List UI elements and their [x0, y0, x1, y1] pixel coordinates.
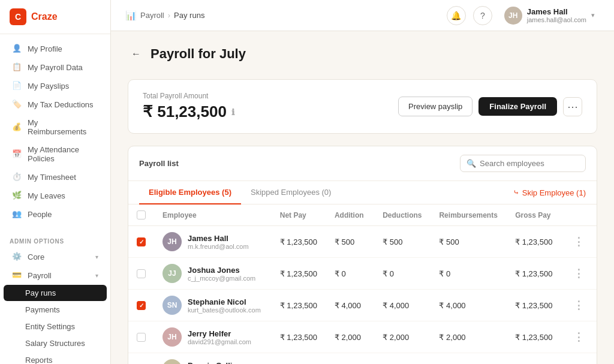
logo-text: Craze [31, 11, 58, 22]
help-button[interactable]: ? [473, 6, 492, 25]
user-info: James Hall james.hall@aol.com [527, 7, 586, 24]
sidebar-item-label: My Attendance Policies [28, 145, 98, 163]
payroll-icon: 💳 [12, 270, 22, 280]
table-row: SN Stephanie Nicol kurt_bates@outlook.co… [128, 290, 597, 321]
row-checkbox-cell-3 [128, 321, 154, 353]
sidebar-sub-entity-settings[interactable]: Entity Settings [4, 318, 107, 335]
summary-label: Total Payroll Amount [143, 92, 234, 100]
chevron-down-icon: ▾ [95, 272, 98, 279]
summary-amount-value: ₹ 51,23,500 [143, 103, 227, 121]
user-menu-button[interactable]: JH James Hall james.hall@aol.com ▾ [499, 4, 600, 27]
sidebar: C Craze 👤 My Profile 📋 My Payroll Data 📄… [0, 0, 111, 364]
row-more-button-4[interactable]: ⋮ [570, 362, 588, 364]
sidebar-item-my-leaves[interactable]: 🌿 My Leaves [4, 186, 107, 204]
row-deductions-1: ₹ 0 [374, 258, 431, 290]
finalize-payroll-button[interactable]: Finalize Payroll [478, 97, 557, 116]
col-employee: Employee [154, 204, 272, 226]
sidebar-item-label: Payroll [28, 271, 52, 280]
info-icon[interactable]: ℹ [231, 107, 234, 117]
more-options-button[interactable]: ⋯ [563, 97, 582, 116]
row-net-pay-4: ₹ 1,23,500 [272, 353, 326, 365]
people-icon: 👥 [12, 209, 22, 219]
col-reimbursements: Reimbursements [431, 204, 507, 226]
row-more-button-0[interactable]: ⋮ [570, 234, 588, 249]
col-gross-pay: Gross Pay [507, 204, 561, 226]
row-actions-cell-3: ⋮ [561, 321, 597, 353]
row-actions-cell-4: ⋮ [561, 353, 597, 365]
employee-info-3: Jerry Helfer david291@gmail.com [188, 329, 251, 345]
row-gross-pay-4: ₹ 1,23,500 [507, 353, 561, 365]
sidebar-item-core[interactable]: ⚙️ Core ▾ [4, 248, 107, 266]
sidebar-item-my-payslips[interactable]: 📄 My Payslips [4, 77, 107, 95]
row-more-button-3[interactable]: ⋮ [570, 330, 588, 344]
row-more-button-1[interactable]: ⋮ [570, 266, 588, 281]
sidebar-sub-salary-structures[interactable]: Salary Structures [4, 335, 107, 351]
user-email: james.hall@aol.com [527, 16, 586, 23]
sidebar-sub-reports[interactable]: Reports [4, 352, 107, 364]
row-actions-cell-0: ⋮ [561, 226, 597, 258]
sidebar-sub-pay-runs[interactable]: Pay runs [4, 285, 107, 301]
tab-eligible-employees[interactable]: Eligible Employees (5) [139, 181, 241, 204]
sidebar-item-timesheet[interactable]: ⏱️ My Timesheet [4, 168, 107, 186]
sidebar-item-people[interactable]: 👥 People [4, 205, 107, 223]
row-addition-1: ₹ 0 [326, 258, 374, 290]
row-deductions-4: ₹ 10,000 [374, 353, 431, 365]
employee-table-wrapper: Employee Net Pay Addition Deductions Rei… [128, 204, 597, 364]
col-actions [561, 204, 597, 226]
payslips-icon: 📄 [12, 81, 22, 91]
employee-avatar-3: JH [162, 327, 182, 347]
search-icon: 🔍 [466, 159, 476, 168]
reimbursements-icon: 💰 [12, 122, 22, 132]
row-more-button-2[interactable]: ⋮ [570, 298, 588, 312]
sidebar-item-tax-deductions[interactable]: 🏷️ My Tax Deductions [4, 95, 107, 113]
employee-avatar-4: DC [162, 359, 182, 364]
row-checkbox-cell-0 [128, 226, 154, 258]
row-gross-pay-1: ₹ 1,23,500 [507, 258, 561, 290]
sidebar-logo: C Craze [0, 0, 110, 34]
row-addition-0: ₹ 500 [326, 226, 374, 258]
tab-skipped-employees[interactable]: Skipped Employees (0) [241, 181, 341, 204]
sidebar-item-payroll[interactable]: 💳 Payroll ▾ [4, 266, 107, 284]
breadcrumb-parent: Payroll [140, 11, 164, 20]
row-checkbox-0[interactable] [137, 237, 146, 246]
back-button[interactable]: ← [128, 46, 145, 62]
sidebar-item-reimbursements[interactable]: 💰 My Reimbursements [4, 114, 107, 140]
sidebar-item-my-payroll-data[interactable]: 📋 My Payroll Data [4, 58, 107, 76]
row-employee-cell-3: JH Jerry Helfer david291@gmail.com [154, 321, 272, 353]
notifications-button[interactable]: 🔔 [447, 6, 466, 25]
row-checkbox-2[interactable] [137, 301, 146, 310]
tabs: Eligible Employees (5) Skipped Employees… [139, 181, 341, 204]
table-row: JH James Hall m.k.freund@aol.com ₹ 1,23,… [128, 226, 597, 258]
timesheet-icon: ⏱️ [12, 172, 22, 182]
sidebar-item-attendance-policies[interactable]: 📅 My Attendance Policies [4, 141, 107, 167]
search-input[interactable] [480, 159, 579, 168]
row-employee-cell-0: JH James Hall m.k.freund@aol.com [154, 226, 272, 258]
row-net-pay-1: ₹ 1,23,500 [272, 258, 326, 290]
skip-employee-button[interactable]: ⤷ Skip Employee (1) [513, 188, 586, 197]
preview-payslip-button[interactable]: Preview payslip [398, 97, 472, 116]
payroll-summary-card: Total Payroll Amount ₹ 51,23,500 ℹ Previ… [128, 79, 597, 134]
employee-info-4: Dennis Callis c.a.glasser@outlook.com [188, 361, 262, 365]
list-title: Payroll list [139, 159, 179, 168]
topbar-right: 🔔 ? JH James Hall james.hall@aol.com ▾ [447, 4, 600, 27]
row-addition-2: ₹ 4,000 [326, 290, 374, 321]
tabs-row: Eligible Employees (5) Skipped Employees… [128, 181, 597, 204]
row-checkbox-1[interactable] [137, 269, 146, 278]
row-employee-cell-4: DC Dennis Callis c.a.glasser@outlook.com [154, 353, 272, 365]
table-row: JH Jerry Helfer david291@gmail.com ₹ 1,2… [128, 321, 597, 353]
sidebar-sub-payments[interactable]: Payments [4, 302, 107, 318]
core-icon: ⚙️ [12, 252, 22, 261]
row-reimbursements-3: ₹ 2,000 [431, 321, 507, 353]
tax-icon: 🏷️ [12, 100, 22, 109]
row-checkbox-3[interactable] [137, 333, 146, 342]
row-net-pay-0: ₹ 1,23,500 [272, 226, 326, 258]
chevron-down-icon: ▾ [95, 254, 98, 260]
summary-left: Total Payroll Amount ₹ 51,23,500 ℹ [143, 92, 234, 121]
sidebar-item-my-profile[interactable]: 👤 My Profile [4, 40, 107, 58]
row-reimbursements-0: ₹ 500 [431, 226, 507, 258]
row-reimbursements-4: ₹ 10,000 [431, 353, 507, 365]
employee-name-3: Jerry Helfer [188, 329, 251, 338]
row-deductions-2: ₹ 4,000 [374, 290, 431, 321]
row-checkbox-cell-1 [128, 258, 154, 290]
select-all-checkbox[interactable] [137, 210, 146, 219]
